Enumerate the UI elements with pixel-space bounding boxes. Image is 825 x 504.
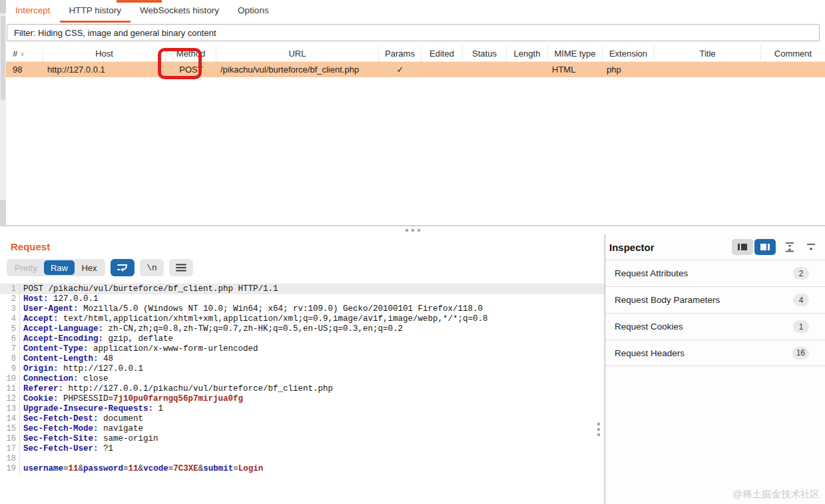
request-line-1[interactable]: 1POST /pikachu/vul/burteforce/bf_client.… [0, 284, 605, 294]
filter-text: Filter: Hiding CSS, image and general bi… [14, 28, 216, 38]
header-name-token: Sec-Fetch-Site: [23, 434, 99, 443]
plain-token: & [79, 464, 84, 473]
column-header-comment[interactable]: Comment [761, 45, 825, 62]
inspector-section-request-body-parameters[interactable]: Request Body Parameters4 [605, 286, 825, 313]
collapse-to-top-button[interactable] [804, 240, 818, 254]
request-line-7[interactable]: 7Content-Type: application/x-www-form-ur… [0, 344, 605, 354]
tab-intercept[interactable]: Intercept [6, 0, 60, 23]
column-header--[interactable]: #∨ [6, 45, 43, 62]
line-content: Sec-Fetch-Site: same-origin [20, 434, 158, 444]
row-cell-method: POST [166, 62, 216, 77]
line-number: 7 [0, 344, 20, 354]
dock-right-button[interactable] [754, 239, 776, 255]
wrap-lines-button[interactable] [111, 259, 135, 276]
splitter-dot [406, 229, 408, 232]
header-name-token: Accept-Language: [23, 324, 103, 334]
tab-label: Options [238, 5, 269, 15]
request-line-4[interactable]: 4Accept: text/html,application/xhtml+xml… [0, 314, 605, 324]
request-line-11[interactable]: 11Referer: http://127.0.0.1/pikachu/vul/… [0, 384, 605, 394]
value-token: 11 [129, 464, 138, 473]
line-content: Referer: http://127.0.0.1/pikachu/vul/bu… [20, 384, 333, 394]
sort-chevron-icon: ∨ [20, 51, 25, 57]
tab-http-history[interactable]: HTTP history [60, 0, 131, 23]
request-line-3[interactable]: 3User-Agent: Mozilla/5.0 (Windows NT 10.… [0, 304, 605, 314]
plain-token: Mozilla/5.0 (Windows NT 10.0; Win64; x64… [79, 304, 483, 314]
request-line-14[interactable]: 14Sec-Fetch-Dest: document [0, 414, 605, 424]
plain-token: gzip, deflate [103, 334, 173, 344]
dock-left-button[interactable] [732, 239, 753, 255]
horizontal-splitter[interactable] [0, 226, 825, 234]
request-line-18[interactable]: 18 [0, 454, 605, 464]
request-line-2[interactable]: 2Host: 127.0.0.1 [0, 294, 605, 304]
column-header-extension[interactable]: Extension [603, 45, 655, 62]
wrap-lines-icon [115, 260, 130, 275]
line-number: 5 [0, 324, 20, 334]
table-header-row: #∨HostMethodURLParamsEditedStatusLengthM… [6, 45, 825, 62]
tab-websockets-history[interactable]: WebSockets history [131, 0, 228, 23]
request-line-15[interactable]: 15Sec-Fetch-Mode: navigate [0, 424, 605, 434]
plain-token: same-origin [99, 434, 158, 443]
collapse-all-button[interactable] [782, 240, 797, 254]
collapse-to-top-icon [806, 242, 816, 252]
request-line-17[interactable]: 17Sec-Fetch-User: ?1 [0, 444, 605, 454]
cell-value: php [607, 65, 621, 75]
request-line-6[interactable]: 6Accept-Encoding: gzip, deflate [0, 334, 605, 344]
section-label: Request Attributes [615, 268, 688, 278]
hex-button[interactable]: Hex [75, 260, 104, 275]
request-line-9[interactable]: 9Origin: http://127.0.0.1 [0, 364, 605, 374]
inspector-section-request-headers[interactable]: Request Headers16 [605, 340, 825, 366]
proxy-sub-tabs: InterceptHTTP historyWebSockets historyO… [6, 0, 278, 23]
request-line-10[interactable]: 10Connection: close [0, 374, 605, 384]
column-header-host[interactable]: Host [43, 45, 166, 62]
request-line-5[interactable]: 5Accept-Language: zh-CN,zh;q=0.8,zh-TW;q… [0, 324, 605, 334]
scrollbar-thumb[interactable] [1, 16, 5, 100]
pretty-button[interactable]: Pretty [8, 260, 44, 275]
request-line-19[interactable]: 19username=11&password=11&vcode=7C3XE&su… [0, 464, 605, 474]
header-name-token: password [83, 464, 123, 473]
tab-label: WebSockets history [140, 5, 219, 15]
column-header-length[interactable]: Length [507, 45, 548, 62]
inspector-panel: Inspector [605, 234, 825, 504]
table-row[interactable]: 98http://127.0.0.1POST/pikachu/vul/burte… [6, 62, 825, 77]
plain-token: & [138, 464, 144, 473]
request-line-8[interactable]: 8Content-Length: 48 [0, 354, 605, 364]
section-label: Request Cookies [615, 322, 683, 332]
request-editor[interactable]: 1POST /pikachu/vul/burteforce/bf_client.… [0, 284, 605, 504]
column-header-mime-type[interactable]: MIME type [548, 45, 603, 62]
request-line-16[interactable]: 16Sec-Fetch-Site: same-origin [0, 434, 605, 444]
table-vertical-scrollbar[interactable] [0, 0, 6, 226]
editor-menu-button[interactable] [169, 259, 193, 276]
column-header-label: Extension [609, 49, 647, 59]
value-token: Login [238, 464, 264, 473]
tab-options[interactable]: Options [228, 0, 278, 23]
show-newlines-button[interactable]: \n [140, 259, 164, 276]
line-number: 6 [0, 334, 20, 344]
line-number: 15 [0, 424, 20, 434]
column-header-status[interactable]: Status [463, 45, 507, 62]
scrollbar-up-button[interactable] [0, 0, 6, 13]
column-header-title[interactable]: Title [655, 45, 761, 62]
column-header-method[interactable]: Method [166, 45, 216, 62]
line-content: Content-Length: 48 [20, 354, 113, 364]
vertical-splitter-grip[interactable] [597, 423, 600, 436]
watermark: @稀土掘金技术社区 [732, 488, 820, 501]
line-number: 16 [0, 434, 20, 444]
inspector-section-request-attributes[interactable]: Request Attributes2 [605, 260, 825, 286]
row-cell-edited [421, 62, 463, 77]
request-line-13[interactable]: 13Upgrade-Insecure-Requests: 1 [0, 404, 605, 414]
column-header-edited[interactable]: Edited [421, 45, 463, 62]
plain-token: POST /pikachu/vul/burteforce/bf_client.p… [23, 284, 278, 294]
filter-bar[interactable]: Filter: Hiding CSS, image and general bi… [7, 24, 820, 41]
plain-token: = [63, 464, 69, 473]
params-check-icon: ✓ [397, 65, 404, 75]
column-header-url[interactable]: URL [216, 45, 379, 62]
cell-value: 98 [13, 65, 22, 75]
inspector-section-request-cookies[interactable]: Request Cookies1 [605, 313, 825, 340]
request-line-12[interactable]: 12Cookie: PHPSESSID=7j10pu0farngq56p7mir… [0, 394, 605, 404]
inspector-header: Inspector [605, 234, 825, 260]
row-cell-params: ✓ [379, 62, 421, 77]
raw-button[interactable]: Raw [44, 260, 75, 275]
row-cell-title [655, 62, 761, 77]
http-history-table: #∨HostMethodURLParamsEditedStatusLengthM… [6, 45, 825, 77]
column-header-params[interactable]: Params [379, 45, 421, 62]
